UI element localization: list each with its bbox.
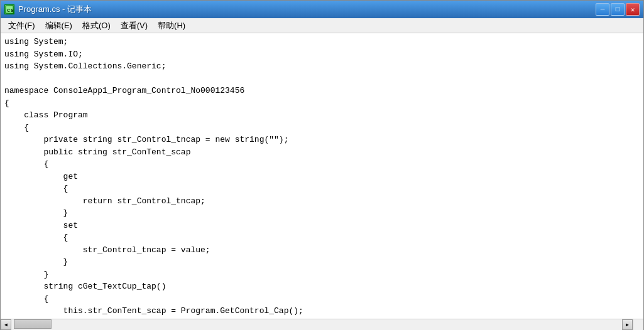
horizontal-scrollbar: ◀ ▶: [1, 319, 643, 329]
scroll-left-button[interactable]: ◀: [1, 319, 11, 330]
main-window: cs Program.cs - 记事本 ─ □ ✕ 文件(F) 编辑(E) 格式…: [0, 0, 644, 330]
menu-help[interactable]: 帮助(H): [153, 18, 190, 33]
h-scroll-thumb[interactable]: [14, 319, 52, 329]
editor-area: using System; using System.IO; using Sys…: [1, 33, 643, 319]
h-scroll-track[interactable]: [11, 319, 622, 330]
code-editor[interactable]: using System; using System.IO; using Sys…: [1, 33, 643, 319]
svg-text:cs: cs: [7, 8, 14, 14]
menu-edit[interactable]: 编辑(E): [40, 18, 77, 33]
scroll-right-button[interactable]: ▶: [622, 319, 633, 330]
maximize-button[interactable]: □: [611, 3, 625, 16]
menu-format[interactable]: 格式(O): [77, 18, 116, 33]
minimize-button[interactable]: ─: [596, 3, 609, 16]
window-controls: ─ □ ✕: [596, 3, 640, 16]
menu-file[interactable]: 文件(F): [3, 18, 40, 33]
close-button[interactable]: ✕: [626, 3, 640, 16]
scroll-corner: [633, 319, 643, 330]
menu-view[interactable]: 查看(V): [116, 18, 153, 33]
window-title: Program.cs - 记事本: [18, 4, 596, 15]
app-icon: cs: [4, 4, 14, 14]
title-bar: cs Program.cs - 记事本 ─ □ ✕: [1, 1, 643, 18]
menu-bar: 文件(F) 编辑(E) 格式(O) 查看(V) 帮助(H): [1, 18, 643, 33]
